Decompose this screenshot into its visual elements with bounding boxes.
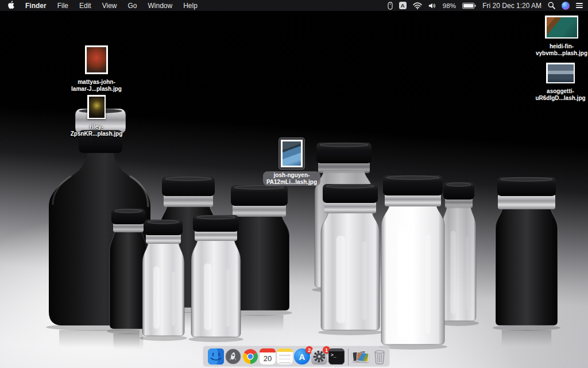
menu-view[interactable]: View	[102, 2, 117, 10]
dock-notes[interactable]	[277, 348, 293, 365]
dock-launchpad[interactable]	[225, 348, 241, 365]
menu-bar-clock[interactable]: Fri 20 Dec 1:20 AM	[482, 2, 541, 10]
dock-downloads-stack[interactable]	[352, 348, 370, 365]
calendar-icon: 20	[260, 348, 276, 365]
file-thumbnail	[83, 44, 110, 76]
menu-finder[interactable]: Finder	[25, 2, 47, 10]
file-thumbnail	[543, 14, 580, 40]
dock: 20 A 2 1 >_	[203, 346, 390, 367]
file-label: josh-nguyen-PA12mLi...lash.jpg	[263, 171, 320, 186]
dock-terminal[interactable]: >_	[328, 348, 345, 365]
dock-separator	[348, 348, 349, 366]
siri-icon[interactable]	[562, 2, 570, 10]
desktop-screen: Finder File Edit View Go Window Help A	[0, 0, 588, 368]
file-label: riley-ZpsnKR...plash.jpg	[67, 123, 126, 137]
dock-calendar[interactable]: 20	[260, 348, 276, 365]
menu-bar-left: Finder File Edit View Go Window Help	[0, 1, 198, 11]
apple-menu-icon[interactable]	[7, 1, 14, 11]
dock-finder[interactable]	[208, 348, 224, 365]
dock-trash[interactable]	[372, 348, 388, 365]
dock-app-store[interactable]: A 2	[294, 348, 310, 365]
input-source-icon[interactable]: A	[399, 2, 407, 9]
dock-chrome[interactable]	[242, 348, 258, 365]
desktop-file-josh-selected[interactable]: josh-nguyen-PA12mLi...lash.jpg	[262, 138, 322, 186]
menu-help[interactable]: Help	[183, 2, 198, 10]
menu-bar: Finder File Edit View Go Window Help A	[0, 0, 588, 11]
mouse-battery-icon[interactable]	[388, 2, 393, 10]
battery-icon[interactable]	[462, 2, 476, 9]
desktop-file-mattyas[interactable]: mattyas-john-lamar-J...plash.jpg	[67, 44, 126, 93]
notification-center-icon[interactable]	[576, 3, 583, 8]
desktop-file-riley[interactable]: riley-ZpsnKR...plash.jpg	[67, 93, 126, 137]
battery-percent: 98%	[443, 2, 457, 9]
file-thumbnail	[544, 61, 577, 85]
desktop-file-asoggetti[interactable]: asoggetti-uR6dlgD...lash.jpg	[531, 61, 588, 102]
volume-icon[interactable]	[428, 2, 436, 9]
finder-icon	[208, 348, 224, 365]
menu-bar-status: A 98%	[388, 2, 588, 10]
downloads-stack-icon	[352, 348, 370, 365]
notes-icon	[277, 348, 293, 365]
terminal-prompt-glyph: >_	[329, 351, 344, 358]
dock-system-preferences[interactable]: 1	[311, 348, 327, 365]
menu-go[interactable]: Go	[128, 2, 137, 10]
spotlight-icon[interactable]	[548, 2, 555, 9]
menu-file[interactable]: File	[57, 2, 68, 10]
chrome-icon	[242, 348, 258, 365]
file-label: asoggetti-uR6dlgD...lash.jpg	[532, 87, 588, 102]
desktop-file-heidi[interactable]: heidi-fin-vybvmb...plash.jpg	[532, 14, 588, 57]
file-thumbnail	[86, 93, 107, 121]
menu-window[interactable]: Window	[148, 2, 173, 10]
terminal-icon: >_	[328, 348, 345, 365]
file-label: mattyas-john-lamar-J...plash.jpg	[68, 78, 125, 93]
trash-icon	[372, 348, 388, 365]
calendar-day: 20	[260, 352, 276, 365]
file-thumbnail	[279, 138, 304, 169]
wifi-icon[interactable]	[413, 2, 422, 9]
file-label: heidi-fin-vybvmb...plash.jpg	[532, 43, 588, 57]
menu-edit[interactable]: Edit	[79, 2, 91, 10]
launchpad-icon	[225, 348, 241, 365]
